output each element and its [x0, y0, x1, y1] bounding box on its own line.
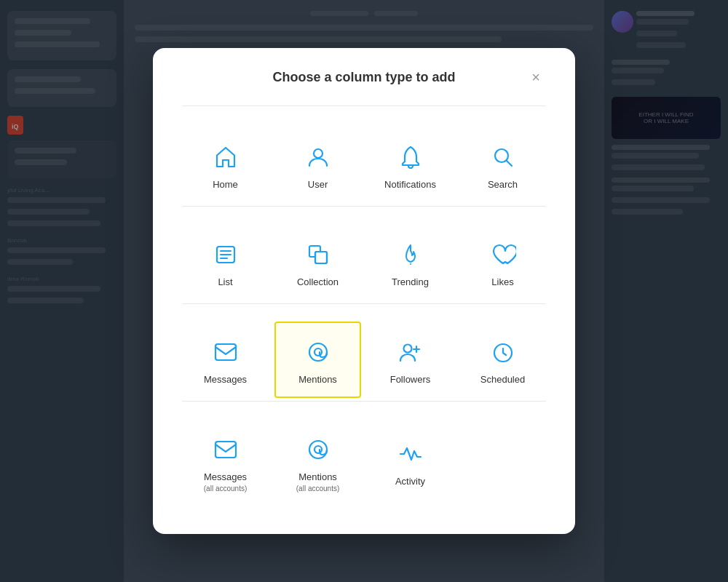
trending-label: Trending — [392, 276, 429, 289]
user-item[interactable]: User — [274, 127, 361, 203]
svg-rect-5 — [315, 252, 327, 263]
user-icon — [302, 141, 334, 173]
messages-all-icon — [210, 434, 242, 466]
svg-rect-7 — [215, 344, 236, 360]
messages-label: Messages — [204, 374, 247, 386]
svg-point-8 — [309, 343, 327, 361]
modal-header: Choose a column type to add × — [182, 70, 546, 85]
followers-label: Followers — [390, 374, 431, 386]
trending-icon — [395, 239, 427, 271]
scheduled-icon — [487, 336, 519, 368]
svg-rect-12 — [215, 442, 236, 458]
notifications-label: Notifications — [384, 179, 436, 191]
user-label: User — [308, 179, 328, 191]
scheduled-item[interactable]: Scheduled — [459, 322, 546, 398]
row3-divider — [182, 401, 546, 402]
mentions-all-icon — [302, 434, 334, 466]
mentions-all-sublabel: (all accounts) — [296, 484, 339, 493]
modal-overlay: Choose a column type to add × Home — [0, 0, 728, 582]
collection-icon — [302, 239, 334, 271]
mentions-all-label: Mentions — [298, 471, 337, 484]
svg-point-14 — [314, 446, 322, 453]
likes-label: Likes — [491, 276, 513, 289]
scheduled-label: Scheduled — [480, 374, 525, 386]
search-label: Search — [488, 179, 518, 191]
messages-icon — [210, 336, 242, 368]
search-item[interactable]: Search — [459, 127, 546, 203]
svg-point-13 — [309, 441, 327, 458]
list-item[interactable]: List — [182, 224, 269, 300]
collection-item[interactable]: Collection — [274, 224, 361, 300]
svg-point-10 — [403, 345, 411, 353]
home-icon — [210, 141, 242, 173]
row-1-grid: Home User Notification — [182, 127, 546, 203]
list-icon — [210, 239, 242, 271]
messages-item[interactable]: Messages — [182, 322, 269, 398]
search-icon — [487, 141, 519, 173]
messages-all-label: Messages — [204, 471, 247, 484]
notifications-item[interactable]: Notifications — [367, 127, 454, 203]
likes-icon — [487, 239, 519, 271]
svg-point-1 — [314, 149, 323, 158]
mentions-label: Mentions — [298, 374, 337, 386]
followers-item[interactable]: Followers — [367, 322, 454, 398]
notifications-icon — [395, 141, 427, 173]
mentions-item[interactable]: Mentions — [274, 322, 361, 398]
mentions-icon — [302, 336, 334, 368]
modal-title: Choose a column type to add — [272, 70, 455, 85]
row-4-grid: Messages (all accounts) Mentions (all ac… — [182, 419, 546, 505]
close-button[interactable]: × — [526, 68, 546, 88]
list-label: List — [218, 276, 232, 289]
row-2-grid: List Collection — [182, 224, 546, 300]
column-type-modal: Choose a column type to add × Home — [153, 48, 575, 534]
svg-point-9 — [314, 348, 322, 356]
messages-all-item[interactable]: Messages (all accounts) — [182, 419, 269, 505]
activity-label: Activity — [395, 476, 425, 488]
home-item[interactable]: Home — [182, 127, 269, 203]
activity-item[interactable]: Activity — [367, 419, 454, 505]
header-divider — [182, 105, 546, 106]
activity-icon — [395, 438, 427, 470]
home-label: Home — [213, 179, 238, 191]
trending-item[interactable]: Trending — [367, 224, 454, 300]
followers-icon — [395, 336, 427, 368]
row-3-grid: Messages Mentions — [182, 322, 546, 398]
collection-label: Collection — [297, 276, 339, 289]
row1-divider — [182, 206, 546, 207]
row2-divider — [182, 303, 546, 304]
likes-item[interactable]: Likes — [459, 224, 546, 300]
mentions-all-item[interactable]: Mentions (all accounts) — [274, 419, 361, 505]
empty-slot — [459, 419, 546, 505]
messages-all-sublabel: (all accounts) — [204, 484, 247, 493]
